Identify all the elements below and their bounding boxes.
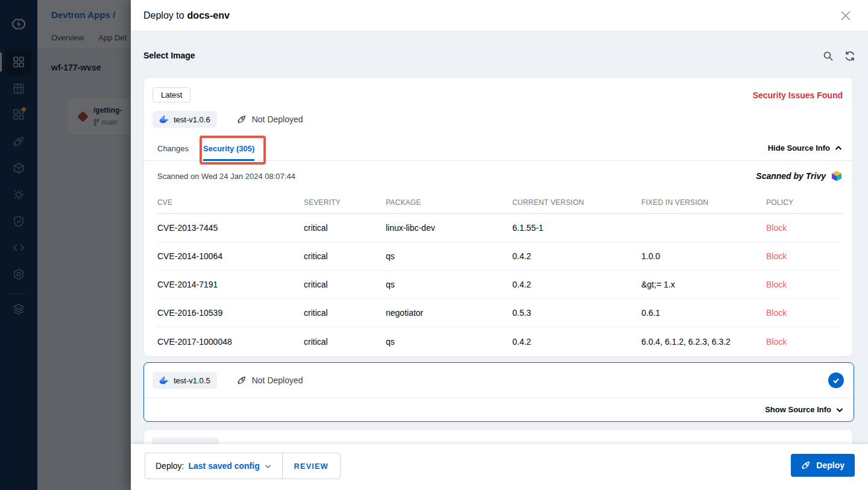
- table-row: CVE-2013-7445 critical linux-libc-dev 6.…: [157, 214, 842, 242]
- fixed-version-cell: &gt;= 1.x: [641, 280, 766, 289]
- policy-cell: Block: [766, 308, 842, 318]
- cve-cell: CVE-2014-7191: [157, 280, 304, 289]
- policy-cell: Block: [766, 223, 842, 233]
- app-backdrop: Devtron Apps / Overview App Det wf-177-w…: [0, 0, 131, 490]
- severity-cell: critical: [304, 223, 386, 233]
- severity-cell: critical: [304, 308, 386, 318]
- modal-title-env: docs-env: [187, 10, 230, 21]
- image-tabs: Changes Security (305): [144, 137, 852, 161]
- col-header-cve: CVE: [157, 198, 304, 207]
- package-cell: qs: [386, 251, 512, 261]
- show-source-info-toggle[interactable]: Show Source Info: [765, 405, 844, 414]
- cve-cell: CVE-2016-10539: [157, 308, 304, 318]
- fixed-version-cell: 0.6.1: [641, 308, 766, 318]
- col-header-current-version: CURRENT VERSION: [512, 198, 641, 207]
- cve-cell: CVE-2013-7445: [157, 223, 304, 233]
- scan-info-row: Scanned on Wed 24 Jan 2024 08:07:44 Scan…: [157, 161, 843, 191]
- col-header-severity: SEVERITY: [304, 198, 386, 207]
- deploy-modal: Deploy to docs-env Select Image Latest S…: [131, 0, 868, 490]
- current-version-cell: 0.4.2: [512, 337, 641, 347]
- trivy-icon: [831, 170, 843, 182]
- rocket-icon: [801, 460, 811, 470]
- current-version-cell: 0.4.2: [512, 251, 641, 261]
- latest-badge: Latest: [153, 87, 190, 102]
- table-row: CVE-2014-7191 critical qs 0.4.2 &gt;= 1.…: [157, 271, 842, 299]
- image-card-partial[interactable]: [143, 429, 853, 444]
- image-row: test-v1.0.6 Not Deployed: [153, 111, 303, 128]
- cve-cell: CVE-2014-10064: [157, 251, 304, 261]
- deploy-config-label: Deploy:: [156, 461, 184, 471]
- deploy-button-label: Deploy: [816, 460, 844, 470]
- card-divider: [144, 398, 854, 398]
- deploy-config-dropdown[interactable]: Deploy: Last saved config: [145, 453, 282, 479]
- security-issues-banner: Security Issues Found: [753, 90, 843, 100]
- deploy-config-control: Deploy: Last saved config REVIEW: [145, 453, 341, 479]
- deploy-status-label: Not Deployed: [252, 115, 303, 124]
- review-button[interactable]: REVIEW: [282, 453, 340, 479]
- rocket-icon: [237, 375, 247, 385]
- chevron-down-icon: [835, 406, 844, 414]
- image-row: test-v1.0.5 Not Deployed: [153, 372, 303, 389]
- tab-security[interactable]: Security (305): [203, 137, 254, 161]
- table-row: CVE-2014-10064 critical qs 0.4.2 1.0.0 B…: [157, 242, 842, 271]
- docker-icon: [159, 377, 169, 385]
- deploy-status: Not Deployed: [237, 115, 303, 124]
- deploy-config-value: Last saved config: [188, 461, 259, 471]
- table-header-row: CVE SEVERITY PACKAGE CURRENT VERSION FIX…: [157, 191, 842, 214]
- deploy-button[interactable]: Deploy: [791, 454, 855, 477]
- selected-check-icon[interactable]: [828, 372, 844, 388]
- fixed-version-cell: 1.0.0: [641, 251, 766, 261]
- cve-cell: CVE-2017-1000048: [157, 337, 304, 347]
- deploy-status: Not Deployed: [237, 375, 303, 385]
- hide-source-info-toggle[interactable]: Hide Source Info: [768, 143, 843, 152]
- chevron-down-icon: [264, 462, 272, 470]
- severity-cell: critical: [304, 251, 386, 261]
- image-tag-label: test-v1.0.5: [174, 376, 210, 385]
- current-version-cell: 0.4.2: [512, 280, 641, 289]
- table-row: CVE-2016-10539 critical negotiator 0.5.3…: [157, 299, 842, 327]
- package-cell: negotiator: [386, 308, 512, 318]
- severity-cell: critical: [304, 280, 386, 289]
- select-image-heading: Select Image: [143, 51, 195, 60]
- fixed-version-cell: 6.0.4, 6.1.2, 6.2.3, 6.3.2: [641, 337, 766, 347]
- scanned-by: Scanned by Trivy: [756, 170, 843, 182]
- scan-timestamp: Scanned on Wed 24 Jan 2024 08:07:44: [157, 172, 295, 181]
- current-version-cell: 0.5.3: [512, 308, 641, 318]
- modal-header: Deploy to docs-env: [131, 0, 868, 31]
- vulnerability-table: CVE SEVERITY PACKAGE CURRENT VERSION FIX…: [157, 191, 842, 356]
- image-tag-pill: [153, 438, 219, 444]
- policy-cell: Block: [766, 337, 842, 347]
- docker-icon: [159, 116, 169, 124]
- rocket-icon: [237, 115, 247, 124]
- table-row: CVE-2017-1000048 critical qs 0.4.2 6.0.4…: [157, 327, 842, 356]
- col-header-package: PACKAGE: [386, 198, 512, 207]
- modal-body: Select Image Latest Security Issues Foun…: [131, 31, 868, 444]
- image-tag-pill: test-v1.0.5: [153, 372, 217, 389]
- package-cell: qs: [386, 337, 512, 347]
- tab-changes[interactable]: Changes: [157, 137, 189, 161]
- close-icon[interactable]: [839, 9, 852, 22]
- policy-cell: Block: [766, 251, 842, 261]
- image-tag-label: test-v1.0.6: [174, 115, 210, 124]
- package-cell: qs: [386, 280, 512, 289]
- image-tag-pill: test-v1.0.6: [153, 111, 217, 128]
- modal-dim-overlay: [0, 0, 131, 490]
- image-card-selected[interactable]: test-v1.0.5 Not Deployed Show Source Inf…: [143, 362, 854, 422]
- chevron-up-icon: [834, 144, 843, 152]
- modal-title: Deploy to: [143, 10, 184, 21]
- col-header-fixed-in-version: FIXED IN VERSION: [641, 198, 766, 207]
- policy-cell: Block: [766, 280, 842, 289]
- modal-footer: Deploy: Last saved config REVIEW Deploy: [131, 444, 868, 490]
- package-cell: linux-libc-dev: [386, 223, 512, 233]
- deploy-status-label: Not Deployed: [252, 375, 303, 385]
- refresh-icon[interactable]: [844, 51, 855, 61]
- severity-cell: critical: [304, 337, 386, 347]
- current-version-cell: 6.1.55-1: [512, 223, 641, 233]
- search-icon[interactable]: [823, 51, 834, 61]
- image-card-latest[interactable]: Latest Security Issues Found test-v1.0.6…: [143, 77, 853, 357]
- col-header-policy: POLICY: [766, 198, 842, 207]
